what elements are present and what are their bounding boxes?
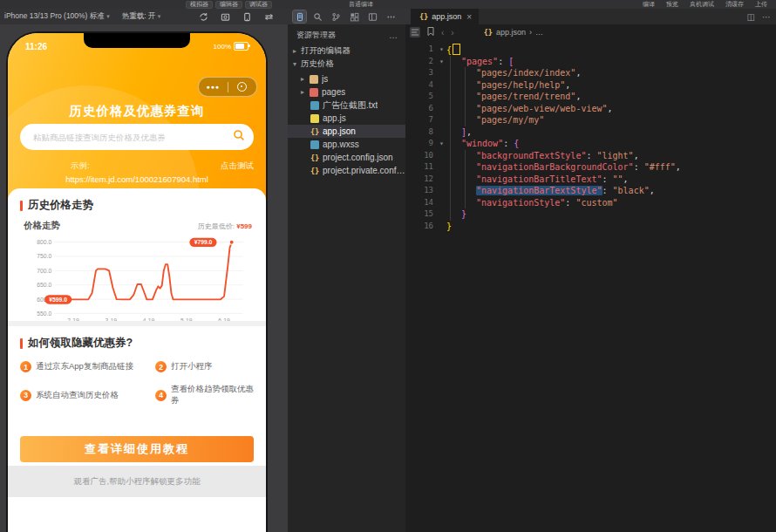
fold-arrow-icon[interactable]: ▾ [437,138,446,150]
device-select[interactable]: iPhone 13/13 Pro (100%) 标准 ▾ [4,11,110,22]
file-row-广告位截图.txt[interactable]: 广告位截图.txt [288,99,405,112]
file-tree: ▸js▸pages广告位截图.txtapp.js{}app.jsonapp.wx… [288,72,405,177]
nav-forward-icon[interactable]: › [451,28,453,38]
file-row-app.json[interactable]: {}app.json [288,125,405,138]
line-number: 12 [405,174,437,186]
token: , [466,127,472,137]
code-text: "navigationBarTitleText": "", [446,174,629,186]
price-line-chart: 800.0750.0700.0650.0600.0550.02-193-194-… [23,234,251,324]
titlebar-toggle-编辑器[interactable]: 编辑器 [215,1,242,9]
fold-arrow-icon[interactable]: ▾ [437,44,446,56]
example-test-link[interactable]: 点击测试 [221,160,254,172]
nav-back-icon[interactable]: ‹ [441,28,444,38]
explorer-more-icon[interactable]: … [389,31,398,40]
price-trend-card: 历史价格走势 价格走势 历史最低价: ¥599 800.0750.0700.06… [8,188,266,321]
example-url-link[interactable]: https://item.jd.com/100021607904.html [8,174,266,184]
titlebar-actions: 编译预览真机调试清缓存上传 [643,0,767,9]
project-root-section[interactable]: ▾ 历史价格 [288,58,405,71]
more-actions-icon[interactable] [385,10,398,23]
titlebar-action-上传[interactable]: 上传 [755,0,767,9]
code-text: "navigationBarTextStyle": "black", [446,185,655,197]
open-editors-section[interactable]: ▸ 打开的编辑器 [288,44,405,58]
titlebar-toggle-模拟器[interactable]: 模拟器 [186,1,213,9]
device-frame-icon[interactable] [242,12,252,22]
chart-label: ¥599.0 [49,297,67,303]
breadcrumb-more[interactable]: … [535,28,543,37]
breadcrumb-file[interactable]: app.json [496,28,526,37]
token: } [446,222,452,231]
step-text: 打开小程序 [171,361,213,372]
tutorial-button[interactable]: 查看详细使用教程 [20,436,254,462]
guide-steps: 1通过京东App复制商品链接2打开小程序3系统自动查询历史价格4查看价格趋势领取… [8,351,266,406]
titlebar-action-预览[interactable]: 预览 [666,0,678,9]
capsule-close-button[interactable] [228,82,257,92]
file-row-js[interactable]: ▸js [288,72,405,85]
close-tab-icon[interactable]: × [466,12,472,22]
network-throttle-icon[interactable] [264,12,274,22]
bookmark-icon[interactable] [427,27,434,38]
line-number: 4 [405,79,437,92]
code-line-3: 3"pages/index/index", [405,67,776,79]
token: : [503,139,514,148]
hot-reload-toggle[interactable]: 热重载: 开 ▾ [122,11,161,22]
extensions-icon[interactable] [348,10,361,23]
status-time: 11:26 [25,42,47,51]
search-view-icon[interactable] [311,10,324,23]
code-text: "pages/my/my" [446,114,544,126]
json-file-icon: {} [419,12,428,21]
code-line-2: 2▾"pages": [ [405,56,776,68]
file-row-project.config.json[interactable]: {}project.config.json [288,151,405,164]
source-control-icon[interactable] [330,10,343,23]
rotate-device-icon[interactable] [199,12,208,22]
split-editor-icon[interactable]: ◫ [747,12,755,22]
chart-label: 800.0 [37,239,51,245]
indent-guide [450,185,451,197]
legend-label: 历史最低价: [198,222,235,230]
line-number: 3 [405,67,437,79]
fold-arrow-icon[interactable]: ▾ [437,56,446,68]
simulator-toolbar: iPhone 13/13 Pro (100%) 标准 ▾ 热重载: 开 ▾ [0,9,288,24]
titlebar-action-真机调试[interactable]: 真机调试 [690,0,714,9]
chart-label: 650.0 [37,282,51,288]
step-number-badge: 3 [20,390,31,401]
line-number: 13 [405,185,437,197]
editor-more-icon[interactable]: ⋯ [762,12,771,22]
file-row-app.js[interactable]: app.js [288,112,405,125]
token: , [608,104,613,113]
screenshot-icon[interactable] [221,12,230,22]
titlebar-action-清缓存[interactable]: 清缓存 [725,0,744,9]
token: "navigationStyle" [476,198,565,208]
tab-app-json[interactable]: {} app.json × [411,9,479,24]
file-name: 广告位截图.txt [323,99,378,112]
search-icon[interactable] [233,129,245,145]
titlebar-action-编译[interactable]: 编译 [643,0,655,9]
token: { [514,139,519,148]
indent-guide [450,56,451,68]
file-row-project.private.config.js…[interactable]: {}project.private.config.js… [288,164,405,177]
line-number: 2 [405,56,437,68]
indent-guide [465,114,466,126]
explorer-view-icon[interactable] [293,10,306,23]
chevron-down-icon: ▾ [291,60,298,68]
code-line-13: 13"navigationBarTextStyle": "black", [405,185,776,197]
indent-guide [465,91,466,103]
compile-mode-select[interactable]: 普通编译 [349,0,373,9]
outline-toggle-icon[interactable] [410,27,420,38]
token: "" [613,174,623,184]
file-name: app.wxss [323,140,359,149]
file-row-pages[interactable]: ▸pages [288,85,405,99]
window-layout-icon[interactable] [366,10,379,23]
capsule-more-button[interactable]: ●●● [199,84,228,90]
project-root-label: 历史价格 [301,58,334,70]
simulator-pane: 11:26 100% ●●● 历史价格及优惠券查询 示例: [0,24,288,532]
trend-section-title: 历史价格走势 [28,198,93,213]
battery-icon [234,42,248,51]
coupon-guide-card: 如何领取隐藏优惠券? 1通过京东App复制商品链接2打开小程序3系统自动查询历史… [8,326,266,532]
titlebar-toggle-调试器[interactable]: 调试器 [245,1,272,9]
guide-step-1: 1通过京东App复制商品链接 [20,361,155,372]
editor-tab-strip: {} app.json × ◫ ⋯ [411,9,776,24]
search-input[interactable] [31,132,233,143]
section-bar-icon [20,338,23,349]
token: "window" [461,139,503,148]
file-row-app.wxss[interactable]: app.wxss [288,138,405,151]
